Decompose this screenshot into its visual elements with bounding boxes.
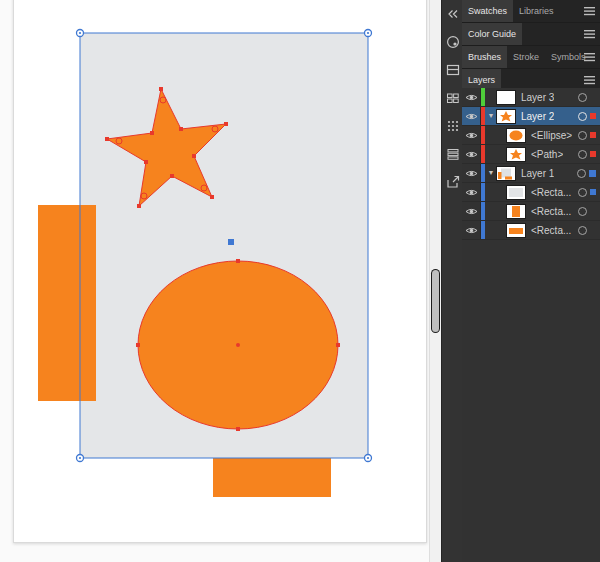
layer-thumbnail [507,129,525,142]
canvas [0,0,429,562]
layer-row-layer3[interactable]: Layer 3 [462,88,600,107]
tab-libraries[interactable]: Libraries [513,0,560,22]
layer-row-layer2[interactable]: ▼ Layer 2 [462,107,600,126]
expand-chevron-icon[interactable]: ▼ [485,164,497,182]
panel-menu-icon[interactable] [584,76,596,85]
brushes-panel-group: Brushes Stroke Symbols [462,46,600,69]
layer-name: <Path> [531,149,563,160]
layer-color-bar [481,183,485,201]
visibility-eye-icon[interactable] [462,164,481,182]
ellipse-center-point [236,343,240,347]
layer-thumbnail [507,205,525,218]
target-circle-icon[interactable] [578,131,587,140]
layer-thumbnail [507,186,525,199]
visibility-eye-icon[interactable] [462,221,481,239]
dock-button-grid[interactable] [442,84,463,112]
selection-center-point[interactable] [228,239,234,245]
dock-button-swatch[interactable] [442,56,463,84]
panel-menu-icon[interactable] [584,30,596,39]
selection-square[interactable] [590,151,596,157]
tab-brushes[interactable]: Brushes [462,46,507,68]
layer-thumbnail [507,148,525,161]
tab-stroke[interactable]: Stroke [507,46,545,68]
bottom-orange-rectangle-shape[interactable] [213,458,331,497]
layer-color-bar [481,88,485,106]
panel-stack: Swatches Libraries Color Guide Brushes S… [462,0,600,562]
layer-row-layer1[interactable]: ▼ Layer 1 [462,164,600,183]
visibility-eye-icon[interactable] [462,126,481,144]
expand-panels-button[interactable] [442,0,463,28]
selection-square[interactable] [590,189,596,195]
layer-row-rect2[interactable]: <Recta... [462,202,600,221]
canvas-area[interactable] [0,0,429,562]
dock-button-dots[interactable] [442,112,463,140]
layer-name: Layer 1 [521,168,554,179]
tab-swatches[interactable]: Swatches [462,0,513,22]
dock-button-layers[interactable] [442,140,463,168]
export-arrow-icon [446,175,460,189]
swatch-card-icon [446,63,460,77]
layer-name: <Recta... [531,225,571,236]
swatches-grid-icon [446,91,460,105]
layer-color-bar [481,145,485,163]
target-circle-icon[interactable] [578,226,587,235]
expand-chevron-icon[interactable]: ▼ [485,107,497,125]
visibility-eye-icon[interactable] [462,183,481,201]
layer-name: <Ellipse> [531,130,572,141]
sphere-icon [446,35,460,49]
layer-row-path[interactable]: <Path> [462,145,600,164]
tab-color-guide[interactable]: Color Guide [462,23,522,45]
visibility-eye-icon[interactable] [462,145,481,163]
visibility-eye-icon[interactable] [462,88,481,106]
left-orange-rectangle-shape[interactable] [38,205,96,401]
target-circle-icon[interactable] [577,169,586,178]
layer-color-bar [481,202,485,220]
target-circle-icon[interactable] [578,112,587,121]
visibility-eye-icon[interactable] [462,107,481,125]
layers-list: Layer 3 ▼ Layer 2 [462,88,600,240]
color-guide-panel-group: Color Guide [462,23,600,46]
target-circle-icon[interactable] [578,207,587,216]
double-chevron-icon [447,9,459,19]
layer-thumbnail [497,167,515,180]
swatches-panel-group: Swatches Libraries [462,0,600,23]
target-circle-icon[interactable] [578,188,587,197]
layer-thumbnail [497,110,515,123]
target-circle-icon[interactable] [578,93,587,102]
visibility-eye-icon[interactable] [462,202,481,220]
stacked-layers-icon [446,147,460,161]
dock-button-export[interactable] [442,168,463,196]
layer-row-rect1[interactable]: <Recta... [462,183,600,202]
dock-button-sphere[interactable] [442,28,463,56]
panel-menu-icon[interactable] [584,7,596,16]
selection-square[interactable] [590,113,596,119]
panel-menu-icon[interactable] [584,53,596,62]
target-circle-icon[interactable] [578,150,587,159]
illustrator-window: Swatches Libraries Color Guide Brushes S… [0,0,600,562]
selection-square[interactable] [589,170,596,177]
layer-thumbnail [507,224,525,237]
layer-color-bar [481,126,485,144]
dots-grid-icon [446,119,460,133]
panel-icon-dock [441,0,464,562]
layer-row-rect3[interactable]: <Recta... [462,221,600,240]
layer-name: <Recta... [531,206,571,217]
selection-square[interactable] [590,132,596,138]
scrollbar-thumb[interactable] [432,270,439,332]
layer-name: <Recta... [531,187,571,198]
layer-name: Layer 3 [521,92,554,103]
layer-name: Layer 2 [521,111,554,122]
layer-row-ellipse[interactable]: <Ellipse> [462,126,600,145]
layer-color-bar [481,221,485,239]
layer-thumbnail [497,91,515,104]
